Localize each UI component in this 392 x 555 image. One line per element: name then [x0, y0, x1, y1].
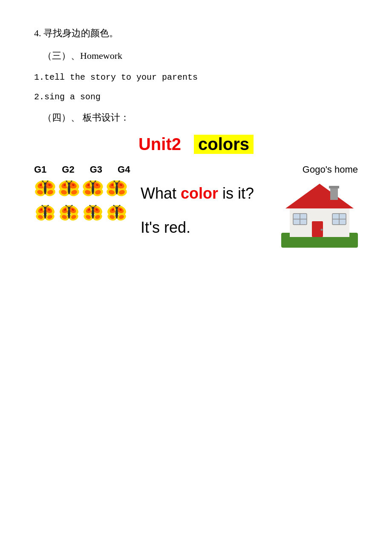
svg-point-104 [92, 208, 94, 219]
svg-point-8 [44, 184, 46, 194]
section-4-heading: （四）、 板书设计： [43, 110, 358, 125]
svg-point-11 [42, 180, 43, 182]
svg-point-24 [68, 184, 70, 194]
unit-title-unit: Unit2 [138, 135, 181, 154]
svg-point-88 [68, 208, 70, 219]
red-text: red. [164, 219, 190, 236]
svg-point-61 [119, 180, 120, 182]
groups-row: G1 G2 G3 G4 Gogo's home [34, 164, 358, 175]
svg-point-13 [47, 180, 49, 182]
right-house-area [281, 179, 358, 249]
what-color-question: What color is it? [141, 183, 281, 204]
homework-item-2: 2.sing a song [34, 90, 358, 104]
group-g1: G1 [34, 164, 46, 175]
section-3-heading: （三）、Homework [43, 48, 358, 63]
butterfly-icon [58, 203, 80, 223]
color-word: color [181, 185, 218, 202]
group-g4: G4 [118, 164, 130, 175]
butterfly-row-2 [34, 203, 136, 223]
what-text: What [141, 185, 176, 202]
svg-marker-130 [285, 184, 354, 208]
svg-point-27 [66, 180, 67, 182]
its-text: It's [141, 219, 160, 236]
svg-point-40 [92, 184, 94, 194]
svg-rect-132 [329, 186, 339, 188]
group-g3: G3 [90, 164, 102, 175]
group-g2: G2 [62, 164, 74, 175]
gogo-home-label: Gogo's home [303, 164, 358, 175]
svg-point-29 [71, 180, 72, 182]
is-it-text: is it? [222, 185, 254, 202]
left-butterflies [34, 179, 136, 223]
svg-point-134 [321, 228, 323, 231]
butterfly-icon [106, 179, 128, 199]
svg-point-59 [114, 180, 115, 182]
svg-point-91 [66, 205, 67, 206]
svg-point-75 [42, 205, 43, 206]
content-area: What color is it? It's red. [34, 179, 358, 249]
unit-title-colors: colors [194, 135, 254, 154]
section-item-4: 4. 寻找身边的颜色。 [34, 26, 358, 40]
unit-title-row: Unit2 colors [34, 135, 358, 154]
svg-point-72 [44, 208, 46, 219]
svg-point-123 [113, 205, 115, 206]
svg-point-107 [89, 205, 91, 206]
svg-point-45 [95, 180, 96, 182]
butterfly-row-1 [34, 179, 136, 199]
svg-rect-131 [330, 187, 338, 200]
butterfly-icon [58, 179, 80, 199]
house-illustration [281, 179, 358, 248]
svg-point-43 [90, 180, 91, 182]
svg-point-120 [115, 208, 118, 219]
svg-point-109 [95, 205, 97, 206]
butterfly-icon [106, 203, 128, 223]
butterfly-icon [82, 203, 104, 223]
middle-text-area: What color is it? It's red. [136, 179, 281, 239]
butterfly-icon [34, 203, 56, 223]
svg-point-77 [48, 205, 49, 206]
homework-item-1: 1.tell the story to your parents [34, 71, 358, 84]
svg-point-56 [115, 184, 118, 194]
butterfly-icon [34, 179, 56, 199]
svg-point-93 [72, 205, 73, 206]
svg-point-125 [119, 205, 121, 206]
butterfly-icon [82, 179, 104, 199]
its-red-answer: It's red. [141, 217, 281, 238]
